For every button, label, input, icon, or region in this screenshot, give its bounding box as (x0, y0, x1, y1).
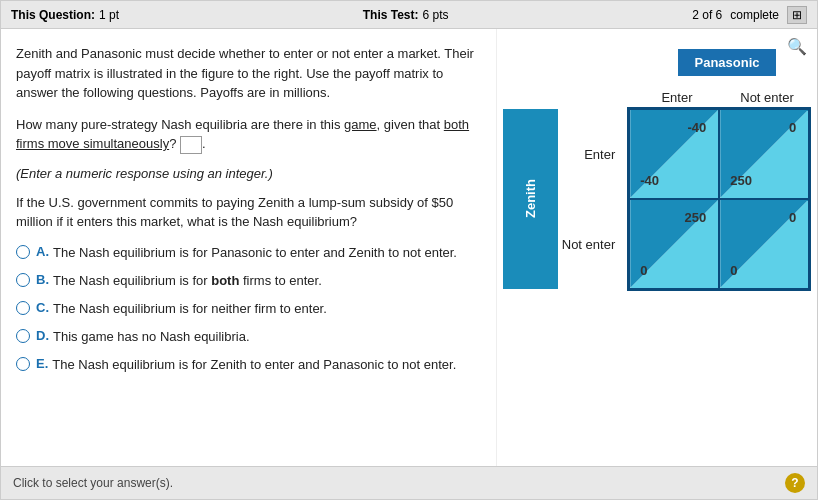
matrix-container: Panasonic Enter Not enter Zenith Enter N… (502, 49, 812, 291)
this-question-label: This Question: (11, 8, 95, 22)
progress-of-label: of (702, 8, 712, 22)
cell-12-top: 0 (789, 120, 796, 135)
choice-D[interactable]: D. This game has no Nash equilibria. (16, 328, 481, 346)
content-area: Zenith and Panasonic must decide whether… (1, 29, 817, 466)
numeric-input[interactable] (180, 136, 202, 154)
top-bar-center: This Test: 6 pts (363, 8, 449, 22)
paragraph2b: (Enter a numeric response using an integ… (16, 166, 481, 181)
cell-21-bottom: 0 (640, 263, 647, 278)
cell-11-bottom: -40 (640, 173, 659, 188)
left-panel: Zenith and Panasonic must decide whether… (1, 29, 497, 466)
col-header-enter: Enter (632, 90, 722, 105)
answer-choices: A. The Nash equilibrium is for Panasonic… (16, 244, 481, 375)
top-bar-right: 2 of 6 complete ⊞ (692, 6, 807, 24)
choice-C[interactable]: C. The Nash equilibrium is for neither f… (16, 300, 481, 318)
cell-enter-enter: -40 -40 (629, 109, 719, 199)
paragraph2a-text: How many pure-strategy Nash equilibria a… (16, 117, 469, 152)
radio-E[interactable] (16, 357, 30, 371)
choice-C-label: C. (36, 300, 49, 315)
cell-22-bottom: 0 (730, 263, 737, 278)
cell-notenter-notenter: 0 0 (719, 199, 809, 289)
choice-A[interactable]: A. The Nash equilibrium is for Panasonic… (16, 244, 481, 262)
paragraph2: How many pure-strategy Nash equilibria a… (16, 115, 481, 154)
cell-12-bottom: 250 (730, 173, 752, 188)
choice-D-text: This game has no Nash equilibria. (53, 328, 250, 346)
zoom-icon[interactable]: 🔍 (787, 37, 807, 56)
radio-C[interactable] (16, 301, 30, 315)
test-points: 6 pts (423, 8, 449, 22)
choice-E[interactable]: E. The Nash equilibrium is for Zenith to… (16, 356, 481, 374)
right-panel: 🔍 Panasonic Enter Not enter Zenith (497, 29, 817, 466)
choice-B-label: B. (36, 272, 49, 287)
choice-A-text: The Nash equilibrium is for Panasonic to… (53, 244, 457, 262)
cell-22-top: 0 (789, 210, 796, 225)
row-label-notenter: Not enter (562, 199, 619, 289)
zenith-label: Zenith (503, 109, 558, 289)
radio-A[interactable] (16, 245, 30, 259)
choice-A-label: A. (36, 244, 49, 259)
cell-enter-notenter: 0 250 (719, 109, 809, 199)
progress-text: 2 of 6 (692, 8, 722, 22)
question-points: 1 pt (99, 8, 119, 22)
this-test-label: This Test: (363, 8, 419, 22)
top-bar-left: This Question: 1 pt (11, 8, 119, 22)
complete-label: complete (730, 8, 779, 22)
choice-C-text: The Nash equilibrium is for neither firm… (53, 300, 327, 318)
help-button[interactable]: ? (785, 473, 805, 493)
panasonic-label: Panasonic (678, 49, 775, 76)
progress-total: 6 (716, 8, 723, 22)
top-bar: This Question: 1 pt This Test: 6 pts 2 o… (1, 1, 817, 29)
paragraph1: Zenith and Panasonic must decide whether… (16, 44, 481, 103)
progress-current: 2 (692, 8, 699, 22)
radio-B[interactable] (16, 273, 30, 287)
radio-D[interactable] (16, 329, 30, 343)
payoff-matrix-grid: -40 -40 0 250 (627, 107, 811, 291)
bottom-bar: Click to select your answer(s). ? (1, 466, 817, 499)
click-instruction: Click to select your answer(s). (13, 476, 173, 490)
row-label-enter: Enter (562, 109, 619, 199)
main-container: This Question: 1 pt This Test: 6 pts 2 o… (0, 0, 818, 500)
choice-E-text: The Nash equilibrium is for Zenith to en… (52, 356, 456, 374)
choice-B-text: The Nash equilibrium is for both firms t… (53, 272, 322, 290)
matrix-body: Zenith Enter Not enter -40 - (503, 107, 811, 291)
paragraph3: If the U.S. government commits to paying… (16, 193, 481, 232)
choice-B[interactable]: B. The Nash equilibrium is for both firm… (16, 272, 481, 290)
cell-11-top: -40 (687, 120, 706, 135)
expand-button[interactable]: ⊞ (787, 6, 807, 24)
choice-E-label: E. (36, 356, 48, 371)
cell-21-top: 250 (685, 210, 707, 225)
choice-D-label: D. (36, 328, 49, 343)
cell-notenter-enter: 250 0 (629, 199, 719, 289)
col-header-notenter: Not enter (722, 90, 812, 105)
